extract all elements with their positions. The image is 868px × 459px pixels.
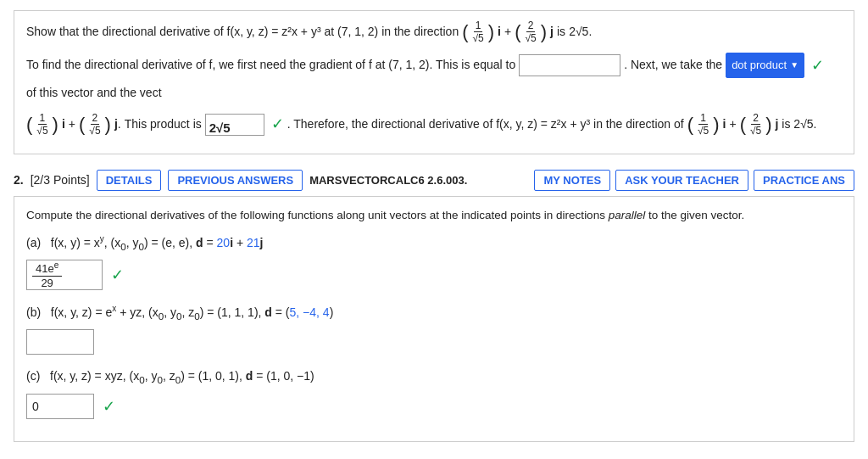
checkmark-dp: ✓ (811, 52, 824, 79)
right-buttons: MY NOTES ASK YOUR TEACHER PRACTICE ANS (534, 170, 854, 191)
sub-problem-a: (a) f(x, y) = xy, (x0, y0) = (e, e), d =… (26, 232, 842, 290)
open-paren-2: ( (515, 23, 520, 42)
frac-final-1: 1 √5 (696, 112, 710, 137)
problem1-direction2: ( 2 √5 ) (515, 20, 547, 45)
result-value: 2√5. (569, 21, 592, 42)
line2-suffix2: of this vector and the vect (26, 82, 162, 104)
my-notes-button[interactable]: MY NOTES (534, 170, 610, 191)
previous-answers-button[interactable]: PREVIOUS ANSWERS (168, 170, 303, 191)
sub-c-func: f(x, y, z) = xyz, (x0, y0, z0) = (1, 0, … (50, 369, 314, 383)
plus-1: + (504, 21, 511, 42)
close-paren-6: ) (765, 115, 771, 134)
sub-a-checkmark: ✓ (111, 266, 124, 284)
practice-button[interactable]: PRACTICE ANS (754, 170, 854, 191)
product-label: This product is (125, 114, 202, 135)
sub-a-answer-box[interactable]: 41ee 29 (26, 260, 103, 290)
sub-a-label: (a) f(x, y) = xy, (x0, y0) = (e, e), d =… (26, 232, 842, 255)
problem1-line2: To find the directional derivative of f,… (26, 52, 842, 104)
problem1-direction1: ( 1 √5 ) (462, 20, 494, 45)
direction1c: ( 1 √5 ) (26, 112, 58, 137)
is-text-1: is (557, 21, 565, 42)
ask-teacher-button[interactable]: ASK YOUR TEACHER (615, 170, 748, 191)
sub-a-denominator: 29 (37, 277, 56, 289)
sub-c-answer-row: 0 ✓ (26, 394, 842, 419)
frac-final-2: 2 √5 (748, 112, 763, 137)
dot-product-label: dot product (732, 55, 787, 75)
sub-c-label: (c) f(x, y, z) = xyz, (x0, y0, z0) = (1,… (26, 367, 842, 388)
sub-problem-c: (c) f(x, y, z) = xyz, (x0, y0, z0) = (1,… (26, 367, 842, 418)
open-paren-5: ( (687, 115, 693, 134)
open-paren-3: ( (26, 115, 32, 134)
problem1-section: Show that the directional derivative of … (14, 10, 854, 154)
line2-suffix: . Next, we take the (624, 54, 722, 76)
j-hat-final: j is 2√5. (776, 114, 817, 135)
dir-final-2: ( 2 √5 ) (740, 112, 772, 137)
plus-final: + (729, 114, 736, 135)
sub-a-fraction: 41ee 29 (32, 260, 62, 288)
close-paren-5: ) (713, 115, 719, 134)
open-paren-6: ( (740, 115, 746, 134)
sub-c-answer-value: 0 (32, 400, 39, 413)
close-paren-2: ) (541, 23, 547, 42)
sub-c-checkmark: ✓ (103, 397, 115, 416)
sub-b-answer-row (26, 329, 842, 355)
sub-c-letter: (c) (26, 369, 40, 383)
sub-b-func: f(x, y, z) = ex + yz, (x0, y0, z0) = (1,… (51, 305, 334, 319)
fraction-1-5: 1 √5 (471, 20, 486, 45)
plus-2: + (69, 114, 75, 135)
problem1-show-text: Show that the directional derivative of … (26, 21, 459, 42)
problem2-content: Compute the directional derivatives of t… (14, 196, 854, 442)
product-checkmark: ✓ (271, 110, 284, 137)
open-paren-4: ( (79, 115, 85, 134)
gradient-input[interactable] (519, 54, 620, 76)
frac-1-sqrt5-b: 1 √5 (35, 112, 49, 137)
sub-b-answer-box[interactable] (26, 329, 94, 355)
problem2-description: Compute the directional derivatives of t… (26, 207, 842, 224)
problem2-header: 2. [2/3 Points] DETAILS PREVIOUS ANSWERS… (14, 163, 854, 196)
therefore-text: . Therefore, the directional derivative … (287, 114, 684, 135)
sub-b-letter: (b) (26, 305, 41, 319)
details-button[interactable]: DETAILS (97, 170, 162, 191)
open-paren-1: ( (462, 23, 468, 42)
direction2c: ( 2 √5 ) (79, 112, 111, 137)
close-paren-4: ) (105, 115, 111, 134)
sub-a-letter: (a) (26, 236, 41, 249)
problem1-line1: Show that the directional derivative of … (26, 20, 842, 45)
product-input[interactable]: 2√5 (205, 114, 264, 136)
i-hat-2: i (62, 114, 65, 135)
dropdown-arrow-icon: ▼ (790, 58, 798, 73)
sub-a-func: f(x, y) = xy, (x0, y0) = (e, e), d = 20i… (51, 236, 264, 249)
line2-prefix: To find the directional derivative of f,… (26, 54, 515, 76)
i-hat-1: i (498, 21, 501, 42)
sub-c-answer-box[interactable]: 0 (26, 394, 94, 419)
sub-a-numerator: 41ee (32, 260, 62, 276)
dir-final-1: ( 1 √5 ) (687, 112, 720, 137)
problem2-number: 2. (14, 173, 24, 187)
sub-b-label: (b) f(x, y, z) = ex + yz, (x0, y0, z0) =… (26, 302, 842, 324)
j-hat-1: j (550, 21, 554, 42)
dot-product-dropdown[interactable]: dot product ▼ (726, 53, 804, 77)
problem1-line3: ( 1 √5 ) i + ( 2 √5 ) j. This product is… (26, 110, 842, 137)
fraction-2-5: 2 √5 (524, 20, 538, 45)
i-hat-final: i (723, 114, 726, 135)
sub-problem-b: (b) f(x, y, z) = ex + yz, (x0, y0, z0) =… (26, 302, 842, 355)
sub-a-answer-row: 41ee 29 ✓ (26, 260, 842, 290)
close-paren-1: ) (488, 23, 494, 42)
j-hat-2: j. (114, 114, 121, 135)
problem2-code: MARSVECTORCALC6 2.6.003. (309, 174, 527, 187)
close-paren-3: ) (53, 115, 58, 134)
problem2-points: [2/3 Points] (31, 173, 90, 187)
frac-2-sqrt5-b: 2 √5 (87, 112, 102, 137)
